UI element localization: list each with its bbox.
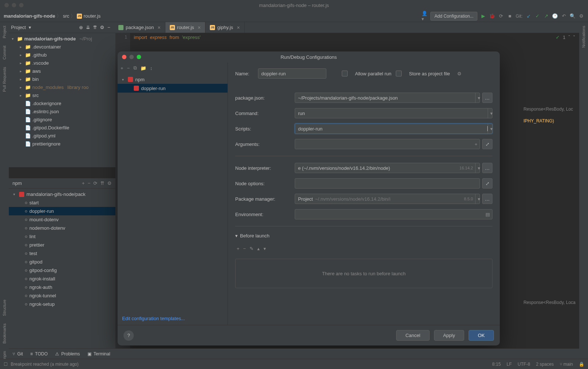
chevron-down-icon[interactable]: ▾ [488, 108, 495, 118]
chevron-down-icon[interactable]: ▾ [475, 194, 483, 204]
npm-script[interactable]: ngrok-setup [9, 300, 115, 308]
coverage-icon[interactable]: ⟳ [498, 13, 504, 19]
tree-item[interactable]: ▸ 📁 node_modules library roo [9, 83, 115, 91]
sort-config-icon[interactable]: ↕ [150, 65, 153, 71]
add-config-icon[interactable]: + [121, 65, 123, 71]
git-commit-icon[interactable]: ✓ [534, 13, 540, 19]
tree-item[interactable]: ▸ 📁 aws [9, 67, 115, 75]
environment-input[interactable]: ▤ [295, 209, 492, 219]
tab-router-js[interactable]: JS router.js × [165, 22, 205, 33]
git-branch[interactable]: ⑂ main [560, 362, 573, 367]
move-down-icon[interactable]: ▾ [263, 246, 266, 251]
notifications-tool[interactable]: Notifications [581, 26, 586, 48]
tree-item[interactable]: 📄 .eslintrc.json [9, 107, 115, 115]
close-window-icon[interactable] [4, 3, 9, 7]
npm-script[interactable]: gitpod-config [9, 266, 115, 275]
expand-icon[interactable]: ⇊ [86, 25, 90, 30]
config-doppler-run[interactable]: doppler-run [118, 84, 227, 93]
encoding[interactable]: UTF-8 [518, 362, 530, 367]
gear-icon[interactable]: ⚙ [457, 71, 462, 76]
indent[interactable]: 2 spaces [536, 362, 554, 367]
npm-root[interactable]: ▾ mandalorian-gifs-node/pack [9, 190, 115, 198]
structure-tool[interactable]: Structure [2, 300, 7, 316]
store-project-checkbox[interactable] [396, 71, 402, 76]
npm-script[interactable]: doppler-run [9, 207, 115, 215]
browse-button[interactable]: … [482, 194, 492, 204]
stop-icon[interactable]: ■ [507, 13, 513, 19]
commit-tool[interactable]: Commit [2, 46, 7, 60]
remove-script-icon[interactable]: − [87, 180, 90, 186]
collapse-icon[interactable]: ⇈ [93, 25, 97, 30]
inspection-ok-icon[interactable]: ✓ [556, 35, 560, 40]
name-input[interactable] [258, 68, 326, 79]
move-up-icon[interactable]: ▴ [257, 246, 260, 251]
refresh-icon[interactable]: ⟳ [93, 180, 97, 186]
project-tool[interactable]: Project [2, 26, 7, 38]
remove-task-icon[interactable]: − [243, 246, 246, 251]
close-tab-icon[interactable]: × [198, 25, 201, 31]
arguments-input[interactable]: + [295, 139, 480, 149]
add-script-icon[interactable]: + [82, 180, 85, 186]
folder-config-icon[interactable]: 📁 [140, 65, 146, 71]
tree-item[interactable]: ▸ 📁 src [9, 91, 115, 99]
expand-icon[interactable]: ⤢ [482, 139, 492, 149]
git-push-icon[interactable]: ↗ [543, 13, 549, 19]
cancel-button[interactable]: Cancel [396, 330, 429, 341]
npm-script[interactable]: nodemon-dotenv [9, 224, 115, 232]
apply-button[interactable]: Apply [434, 330, 465, 341]
undo-icon[interactable]: ↶ [561, 13, 567, 19]
npm-script[interactable]: start [9, 198, 115, 207]
tree-item[interactable]: 📄 prettierignore [9, 140, 115, 148]
tree-item[interactable]: 📄 .gitignore [9, 115, 115, 123]
npm-tool[interactable]: npm [2, 351, 7, 359]
bookmarks-tool[interactable]: Bookmarks [2, 323, 7, 344]
tree-item[interactable]: 📄 .dockerignore [9, 99, 115, 107]
pull-requests-tool[interactable]: Pull Requests [2, 67, 7, 92]
npm-script[interactable]: test [9, 249, 115, 258]
breadcrumb-root[interactable]: mandalorian-gifs-node [4, 13, 55, 19]
tree-item[interactable]: 📄 .gitpod.yml [9, 132, 115, 140]
npm-script[interactable]: ngrok-install [9, 275, 115, 283]
chevron-down-icon[interactable]: ▾ [488, 124, 495, 133]
list-icon[interactable]: ▤ [485, 212, 492, 217]
close-tab-icon[interactable]: × [158, 25, 161, 31]
todo-tool[interactable]: ≡TODO [30, 351, 47, 357]
tab-package-json[interactable]: package.json × [114, 22, 165, 33]
chevron-down-icon[interactable]: ▾ [475, 163, 483, 173]
nav-up-icon[interactable]: ˆ [569, 35, 570, 40]
search-icon[interactable]: 🔍 [570, 13, 576, 19]
npm-script[interactable]: mount-dotenv [9, 215, 115, 224]
problems-tool[interactable]: ⚠Problems [55, 351, 80, 357]
edit-templates-link[interactable]: Edit configuration templates... [122, 316, 185, 321]
close-tab-icon[interactable]: × [237, 25, 240, 31]
add-task-icon[interactable]: + [237, 246, 240, 251]
before-launch-toggle[interactable]: ▾ Before launch [235, 233, 492, 239]
tab-giphy-js[interactable]: JS giphy.js × [205, 22, 244, 33]
breadcrumb[interactable]: mandalorian-gifs-node 〉 src 〉 JS router.… [4, 13, 101, 19]
terminal-tool[interactable]: ▣Terminal [87, 351, 110, 357]
chevron-down-icon[interactable]: ▾ [475, 93, 483, 103]
npm-script[interactable]: lint [9, 232, 115, 241]
allow-parallel-checkbox[interactable] [342, 71, 348, 76]
tree-item[interactable]: ▸ 📁 .github [9, 51, 115, 59]
user-icon[interactable]: 👤▾ [422, 13, 427, 19]
run-icon[interactable]: ▶ [480, 13, 486, 19]
collapse-all-icon[interactable]: ⇈ [100, 180, 104, 186]
ok-button[interactable]: OK [469, 330, 494, 341]
line-ending[interactable]: LF [507, 362, 512, 367]
dialog-close-icon[interactable] [122, 55, 126, 59]
project-panel-label[interactable]: Project [11, 25, 26, 30]
remove-config-icon[interactable]: − [127, 65, 130, 71]
settings-icon[interactable]: ⚙ [578, 13, 584, 19]
npm-script[interactable]: gitpod [9, 258, 115, 266]
code-line[interactable]: import express from 'express' [134, 35, 201, 40]
tree-item[interactable]: ▸ 📁 .vscode [9, 59, 115, 67]
npm-script[interactable]: ngrok-auth [9, 283, 115, 291]
npm-script[interactable]: prettier [9, 241, 115, 249]
scripts-input[interactable]: doppler-run ▾ [295, 123, 492, 134]
error-count[interactable]: 1 [563, 35, 565, 40]
add-configuration-button[interactable]: Add Configuration... [430, 12, 477, 21]
browse-button[interactable]: … [482, 163, 492, 173]
debug-icon[interactable]: 🐞 [489, 13, 495, 19]
expand-icon[interactable]: ⤢ [482, 178, 492, 189]
